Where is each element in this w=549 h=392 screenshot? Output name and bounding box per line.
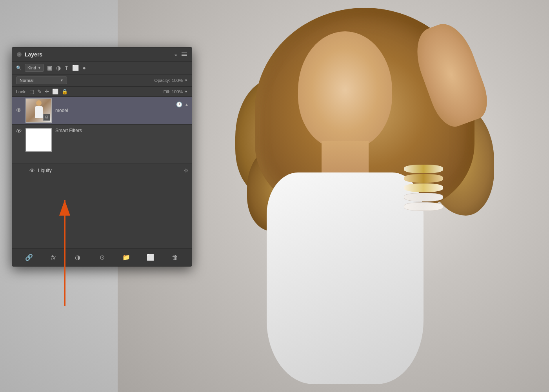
bracelet-2 — [404, 174, 443, 183]
titlebar-left: × Layers — [17, 51, 42, 58]
liquify-visibility[interactable]: 👁 — [29, 167, 35, 174]
panel-titlebar: × Layers « — [12, 47, 192, 62]
liquify-row[interactable]: 👁 Liquify ⚙ — [12, 164, 192, 177]
lock-move-icon[interactable]: ✛ — [45, 89, 49, 94]
new-layer-button[interactable]: ⬜ — [145, 252, 156, 263]
layer-thumbnail-model: 🖫 — [25, 98, 52, 123]
layer-visibility-model[interactable]: 👁 — [15, 107, 22, 114]
shape-filter-icon[interactable]: ⬜ — [72, 65, 79, 71]
opacity-value[interactable]: 100% — [172, 78, 183, 83]
bracelet-3 — [404, 183, 443, 192]
layer-row-smart-filters[interactable]: 👁 Smart Filters — [12, 125, 192, 164]
bracelet-4 — [404, 193, 443, 201]
fill-value[interactable]: 100% — [172, 89, 183, 94]
woman-figure — [235, 8, 502, 384]
smart-filter-label: Smart Filters — [55, 128, 189, 133]
kind-dropdown[interactable]: Kind ▼ — [25, 64, 44, 72]
lock-icons: ⬚ ✎ ✛ ⬜ 🔒 — [29, 89, 68, 94]
lock-transparent-icon[interactable]: ⬚ — [29, 89, 34, 94]
opacity-group: Opacity: 100% ▼ — [155, 78, 188, 83]
layer-name-model: model — [55, 108, 173, 113]
blend-mode-value: Normal — [20, 78, 33, 83]
smart-filter-thumbnail — [25, 128, 52, 152]
opacity-label: Opacity: — [155, 78, 170, 83]
delete-layer-button[interactable]: 🗑 — [169, 252, 180, 263]
layer-right-icons-model: 🕐 ▲ — [176, 102, 189, 107]
blend-mode-row: Normal ▼ Opacity: 100% ▼ — [12, 74, 192, 87]
smart-filter-badge: 🖫 — [43, 114, 50, 121]
kind-label: Kind — [27, 65, 36, 70]
opacity-arrow[interactable]: ▼ — [184, 78, 188, 82]
lock-label: Lock: — [16, 89, 26, 94]
search-icon: 🔍 — [16, 65, 22, 71]
panel-title: Layers — [25, 51, 42, 58]
link-layers-button[interactable]: 🔗 — [24, 252, 35, 263]
bracelet-group — [404, 165, 447, 212]
blend-mode-dropdown[interactable]: Normal ▼ — [16, 76, 67, 84]
type-filter-icon[interactable]: T — [65, 65, 68, 71]
layer-info-model: model — [55, 108, 173, 113]
smart-filter-info: Smart Filters — [55, 128, 189, 133]
thumb-body — [35, 106, 43, 118]
kind-dropdown-arrow: ▼ — [38, 66, 41, 70]
new-adjustment-button[interactable]: ◑ — [72, 252, 83, 263]
panel-menu-button[interactable] — [182, 53, 187, 56]
new-group-button[interactable]: 📁 — [121, 252, 132, 263]
fill-arrow[interactable]: ▼ — [184, 90, 188, 94]
fx-button[interactable]: fx — [48, 252, 59, 263]
lock-paint-icon[interactable]: ✎ — [37, 89, 42, 94]
layers-panel: × Layers « 🔍 Kind ▼ ▣ ◑ T ⬜ ● Normal ▼ — [12, 47, 192, 267]
smart-filter-icon[interactable]: ● — [83, 65, 86, 71]
smart-filter-thumb-white — [26, 129, 51, 151]
lock-row: Lock: ⬚ ✎ ✛ ⬜ 🔒 Fill: 100% ▼ — [12, 87, 192, 97]
layer-expand-icon[interactable]: ▲ — [185, 102, 189, 107]
lock-lock-icon[interactable]: 🔒 — [62, 89, 68, 94]
fill-label: Fill: — [164, 89, 170, 94]
blend-mode-arrow: ▼ — [60, 78, 64, 82]
pixel-filter-icon[interactable]: ▣ — [47, 65, 52, 71]
layer-row-model[interactable]: 👁 🖫 model 🕐 ▲ — [12, 97, 192, 125]
liquify-name: Liquify — [38, 168, 52, 173]
layers-list[interactable]: 👁 🖫 model 🕐 ▲ 👁 — [12, 97, 192, 248]
layer-clock-icon: 🕐 — [176, 102, 182, 107]
bracelet-5 — [404, 202, 443, 211]
fill-group: Fill: 100% ▼ — [164, 89, 188, 94]
collapse-button[interactable]: « — [175, 52, 177, 57]
new-fill-button[interactable]: ⊙ — [96, 252, 107, 263]
liquify-filter-settings-icon[interactable]: ⚙ — [184, 167, 189, 174]
close-button[interactable]: × — [17, 52, 22, 57]
dress — [267, 172, 424, 384]
face — [298, 31, 392, 149]
panel-toolbar: 🔗 fx ◑ ⊙ 📁 ⬜ 🗑 — [12, 248, 192, 266]
bracelet-1 — [404, 165, 443, 173]
adjustment-filter-icon[interactable]: ◑ — [56, 65, 61, 71]
lock-artboard-icon[interactable]: ⬜ — [52, 89, 58, 94]
thumb-head — [36, 100, 42, 106]
filter-icons: ▣ ◑ T ⬜ ● — [47, 65, 86, 71]
filter-bar: 🔍 Kind ▼ ▣ ◑ T ⬜ ● — [12, 62, 192, 74]
layer-visibility-smart-filters[interactable]: 👁 — [15, 128, 22, 135]
